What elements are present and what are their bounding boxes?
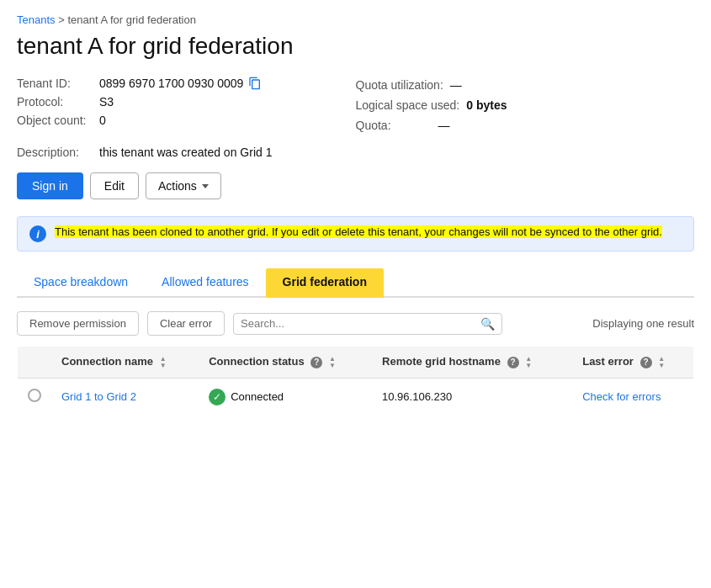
page-title: tenant A for grid federation (17, 33, 694, 60)
search-container: 🔍 (233, 313, 502, 335)
sort-icons-last-error[interactable]: ▲▼ (658, 356, 665, 369)
quota-util-label: Quota utilization: (356, 78, 443, 92)
data-table: Connection name ▲▼ Connection status ? ▲… (17, 346, 694, 416)
logical-space-label: Logical space used: (356, 98, 460, 112)
table-header-connection-status: Connection status ? ▲▼ (199, 347, 372, 379)
connection-status-value: Connected (231, 390, 284, 403)
object-count-label: Object count: (17, 114, 93, 127)
displaying-result-text: Displaying one result (592, 317, 694, 330)
tenant-id-value: 0899 6970 1700 0930 0009 (99, 77, 243, 90)
sort-icons-connection-name[interactable]: ▲▼ (160, 356, 167, 369)
table-header-select (18, 347, 52, 379)
table-controls: Remove permission Clear error 🔍 Displayi… (17, 311, 694, 336)
table-row: Grid 1 to Grid 2 ✓ Connected 10.96.106.2… (18, 378, 694, 416)
tab-space-breakdown[interactable]: Space breakdown (17, 268, 145, 298)
tenant-id-label: Tenant ID: (17, 77, 93, 90)
search-icon: 🔍 (480, 317, 495, 331)
sign-in-button[interactable]: Sign in (17, 172, 83, 199)
quota-util-value: — (450, 78, 462, 92)
row-radio-button[interactable] (28, 389, 41, 402)
actions-label: Actions (158, 179, 197, 193)
tab-grid-federation[interactable]: Grid federation (266, 268, 384, 298)
breadcrumb: Tenants > tenant A for grid federation (17, 13, 694, 26)
table-header-last-error: Last error ? ▲▼ (572, 347, 693, 379)
table-header-remote-grid: Remote grid hostname ? ▲▼ (372, 347, 572, 379)
connection-status-cell: ✓ Connected (209, 389, 362, 405)
object-count-value: 0 (99, 114, 106, 127)
info-banner-icon: i (29, 225, 46, 242)
search-input[interactable] (241, 317, 480, 330)
help-icon-connection-status[interactable]: ? (310, 357, 322, 368)
info-banner: i This tenant has been cloned to another… (17, 216, 694, 252)
description-label: Description: (17, 146, 93, 159)
help-icon-remote-grid[interactable]: ? (507, 357, 519, 368)
breadcrumb-current: tenant A for grid federation (67, 13, 196, 26)
quota-label: Quota: (356, 119, 432, 132)
copy-icon[interactable] (248, 77, 262, 90)
actions-button[interactable]: Actions (146, 172, 221, 199)
connected-check-icon: ✓ (209, 389, 226, 405)
breadcrumb-parent-link[interactable]: Tenants (17, 13, 56, 26)
help-icon-last-error[interactable]: ? (640, 357, 652, 368)
protocol-label: Protocol: (17, 95, 93, 109)
remove-permission-button[interactable]: Remove permission (17, 311, 139, 336)
table-header-connection-name: Connection name ▲▼ (51, 347, 199, 379)
sort-icons-connection-status[interactable]: ▲▼ (329, 356, 336, 369)
chevron-down-icon (202, 184, 209, 188)
tab-allowed-features[interactable]: Allowed features (145, 268, 266, 298)
protocol-value: S3 (99, 95, 114, 109)
description-value: this tenant was created on Grid 1 (99, 146, 272, 159)
quota-value: — (438, 119, 450, 132)
connection-name-link[interactable]: Grid 1 to Grid 2 (61, 390, 136, 403)
logical-space-value: 0 bytes (466, 98, 507, 112)
check-for-errors-link[interactable]: Check for errors (582, 390, 661, 403)
breadcrumb-separator: > (58, 13, 67, 26)
tab-bar: Space breakdown Allowed features Grid fe… (17, 268, 694, 298)
info-banner-text: This tenant has been cloned to another g… (55, 225, 662, 238)
sort-icons-remote-grid[interactable]: ▲▼ (525, 356, 532, 369)
clear-error-button[interactable]: Clear error (147, 311, 225, 336)
remote-grid-hostname-value: 10.96.106.230 (382, 390, 452, 403)
edit-button[interactable]: Edit (90, 172, 139, 199)
